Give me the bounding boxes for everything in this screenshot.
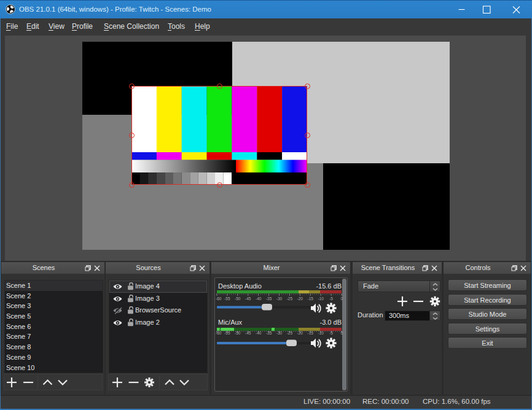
svg-text:-5: -5 <box>329 296 333 301</box>
svg-text:-10: -10 <box>318 331 324 335</box>
svg-text:-5: -5 <box>329 331 333 335</box>
svg-text:-55: -55 <box>224 296 230 301</box>
svg-text:Desktop Audio: Desktop Audio <box>218 282 262 290</box>
svg-text:-15: -15 <box>307 296 313 301</box>
svg-text:-60: -60 <box>216 296 222 301</box>
svg-text:-25: -25 <box>287 296 293 301</box>
svg-text:-60: -60 <box>216 331 222 335</box>
svg-text:-30: -30 <box>276 331 283 335</box>
svg-text:-30: -30 <box>276 296 283 301</box>
svg-text:-3.0 dB: -3.0 dB <box>320 319 342 326</box>
svg-text:-50: -50 <box>235 296 241 301</box>
svg-text:-55: -55 <box>224 331 230 335</box>
svg-text:-20: -20 <box>297 331 303 335</box>
svg-text:-15: -15 <box>307 331 313 335</box>
svg-text:-20: -20 <box>297 296 303 301</box>
svg-text:-15.6 dB: -15.6 dB <box>316 282 342 290</box>
svg-text:-45: -45 <box>245 331 251 335</box>
svg-text:-10: -10 <box>318 296 324 301</box>
svg-text:-40: -40 <box>256 296 262 301</box>
svg-text:-35: -35 <box>266 296 272 301</box>
svg-text:-45: -45 <box>245 296 251 301</box>
svg-text:0: 0 <box>340 296 343 301</box>
svg-text:-35: -35 <box>266 331 272 335</box>
svg-text:0: 0 <box>340 331 343 335</box>
svg-text:-40: -40 <box>256 331 262 335</box>
svg-text:-50: -50 <box>235 331 241 335</box>
svg-text:-25: -25 <box>287 331 293 335</box>
svg-text:Mic/Aux: Mic/Aux <box>218 319 243 326</box>
